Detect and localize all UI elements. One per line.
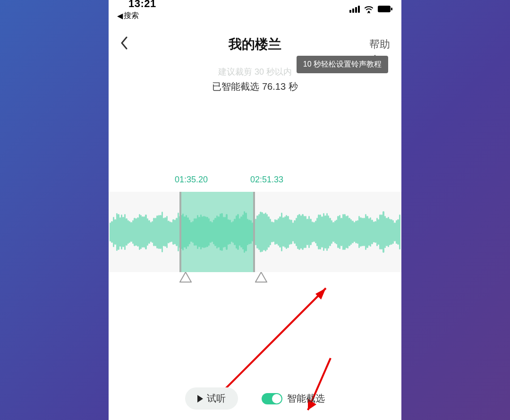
svg-rect-2 [391,8,392,10]
nav-bar: 我的楼兰 帮助 [109,30,401,59]
waveform-track[interactable] [109,192,401,272]
annotation-arrow-1 [208,279,340,402]
trim-handle-right[interactable] [255,272,267,283]
time-labels: 01:35.20 02:51.33 [109,175,401,189]
status-back-label: 搜索 [124,11,139,21]
back-button[interactable] [120,36,128,53]
svg-rect-1 [378,6,391,12]
waveform-bars [109,192,401,272]
trim-handle-left[interactable] [179,272,192,283]
status-left: 13:21 ◀ 搜索 [117,0,156,21]
smart-cut-label: 智能截选 [287,392,325,405]
trim-end-time: 02:51.33 [250,175,283,185]
waveform-editor: 01:35.20 02:51.33 [109,175,401,288]
smart-cut-toggle[interactable] [262,393,282,404]
smart-cut-control: 智能截选 [262,392,325,405]
svg-line-3 [217,288,326,397]
hint-suggest: 建议裁剪 30 秒以内 [109,66,401,77]
status-back-to-search[interactable]: ◀ 搜索 [117,11,139,21]
svg-marker-4 [315,288,326,300]
hint-picked: 已智能截选 76.13 秒 [109,80,401,93]
trim-selection[interactable] [179,192,255,272]
phone-frame: 13:21 ◀ 搜索 我的楼兰 帮助 10 秒轻松设置铃声教程 建议裁剪 [109,0,401,420]
hint-block: 建议裁剪 30 秒以内 已智能截选 76.13 秒 [109,66,401,93]
help-button[interactable]: 帮助 [369,37,390,51]
preview-button[interactable]: 试听 [185,387,238,410]
svg-point-0 [368,11,370,13]
trim-start-time: 01:35.20 [175,175,208,185]
battery-icon [378,5,393,13]
chevron-left-icon [120,36,128,50]
page-title: 我的楼兰 [229,35,281,53]
bottom-controls: 试听 智能截选 [109,387,401,410]
wifi-icon [364,5,374,13]
cell-signal-icon [349,6,360,13]
status-time: 13:21 [128,0,156,10]
status-bar: 13:21 ◀ 搜索 [109,0,401,18]
caret-left-icon: ◀ [117,11,123,20]
preview-label: 试听 [207,392,226,405]
play-icon [197,395,203,403]
status-right [349,5,393,13]
